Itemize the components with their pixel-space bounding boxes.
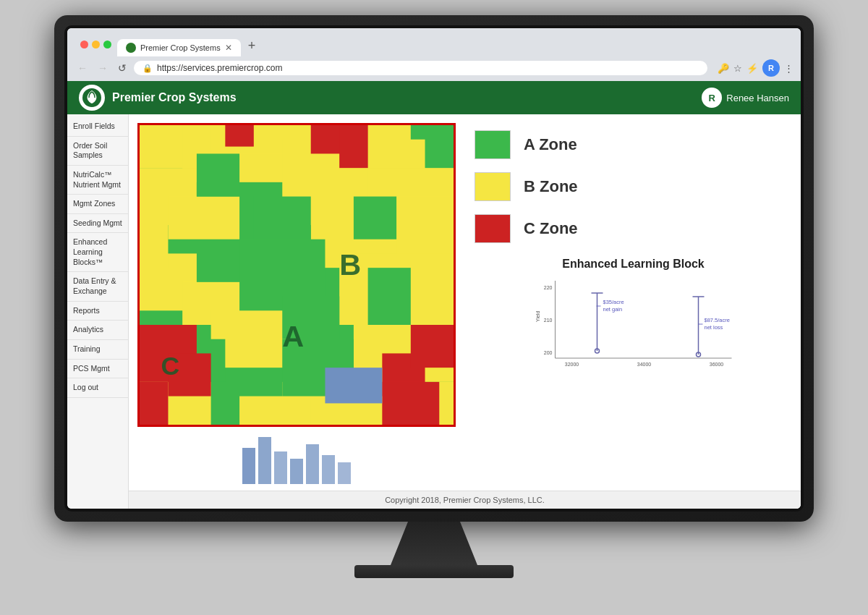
forward-button[interactable]: → <box>95 61 111 75</box>
back-button[interactable]: ← <box>75 61 90 75</box>
elb-section: Enhanced Learning Block <box>475 258 792 376</box>
right-panel: A Zone B Zone C Zone <box>467 123 792 482</box>
scatter-chart-svg: 220 210 200 32000 34000 36000 <box>475 275 792 376</box>
sidebar-item-5[interactable]: Enhanced Learning Blocks™ <box>67 233 128 272</box>
main-content: B A C <box>129 114 801 509</box>
sidebar-item-8[interactable]: Analytics <box>67 321 128 340</box>
traffic-light-red[interactable] <box>80 41 88 48</box>
legend-swatch-b <box>475 172 511 201</box>
user-initial: R <box>709 93 715 103</box>
monitor-stand <box>391 522 477 565</box>
monitor-bezel: Premier Crop Systems ✕ + ← → ↺ 🔒 https:/… <box>64 25 804 512</box>
logo-icon <box>82 88 102 108</box>
svg-rect-46 <box>322 455 335 484</box>
svg-text:200: 200 <box>544 350 553 355</box>
tab-close-button[interactable]: ✕ <box>225 43 232 53</box>
lock-icon: 🔒 <box>142 64 153 73</box>
svg-rect-30 <box>225 125 253 147</box>
sidebar-item-11[interactable]: Log out <box>67 378 128 398</box>
monitor-screen: Premier Crop Systems ✕ + ← → ↺ 🔒 https:/… <box>67 28 801 509</box>
url-bar[interactable]: 🔒 https://services.premiercrop.com <box>134 61 707 75</box>
svg-rect-41 <box>242 448 255 484</box>
svg-rect-43 <box>274 451 287 484</box>
footer-text: Copyright 2018, Premier Crop Systems, LL… <box>385 496 545 504</box>
tab-title: Premier Crop Systems <box>140 43 221 52</box>
svg-rect-17 <box>140 225 168 268</box>
app-header: Premier Crop Systems R Renee Hansen <box>67 81 801 114</box>
zone-map-svg: B A C <box>140 125 454 425</box>
svg-text:210: 210 <box>544 318 553 323</box>
browser-tabs: Premier Crop Systems ✕ + <box>117 35 261 56</box>
content-area: B A C <box>129 114 801 491</box>
sidebar-item-10[interactable]: PCS Mgmt <box>67 360 128 379</box>
user-avatar: R <box>702 88 722 108</box>
app-body: Enroll FieldsOrder Soil SamplesNutriCalc… <box>67 114 801 509</box>
footer: Copyright 2018, Premier Crop Systems, LL… <box>129 491 801 509</box>
reload-button[interactable]: ↺ <box>115 61 129 75</box>
svg-text:C: C <box>161 352 180 381</box>
svg-text:B: B <box>339 248 361 281</box>
svg-rect-44 <box>290 459 303 484</box>
svg-rect-23 <box>354 197 396 239</box>
sidebar-item-1[interactable]: Order Soil Samples <box>67 137 128 166</box>
svg-rect-21 <box>254 197 311 239</box>
menu-icon[interactable]: ⋮ <box>784 63 793 74</box>
svg-rect-35 <box>411 325 454 368</box>
monitor-base <box>354 565 514 578</box>
sidebar-item-2[interactable]: NutriCalc™ Nutrient Mgmt <box>67 166 128 195</box>
sidebar-item-9[interactable]: Training <box>67 340 128 360</box>
app-logo <box>79 85 105 111</box>
scatter-chart: 220 210 200 32000 34000 36000 <box>475 275 792 376</box>
svg-rect-47 <box>338 462 351 484</box>
sidebar-item-0[interactable]: Enroll Fields <box>67 117 128 137</box>
svg-rect-45 <box>306 444 319 484</box>
sidebar-item-6[interactable]: Data Entry & Exchange <box>67 272 128 301</box>
svg-text:Yield: Yield <box>535 311 540 322</box>
legend-label-a: A Zone <box>524 135 577 154</box>
traffic-light-yellow[interactable] <box>92 41 100 48</box>
sidebar: Enroll FieldsOrder Soil SamplesNutriCalc… <box>67 114 129 509</box>
app-title: Premier Crop Systems <box>112 91 702 104</box>
zone-legend: A Zone B Zone C Zone <box>475 123 792 250</box>
tab-favicon <box>126 43 136 53</box>
svg-text:36000: 36000 <box>710 362 724 367</box>
key-icon[interactable]: 🔑 <box>718 63 729 74</box>
browser-actions: 🔑 ☆ ⚡ R ⋮ <box>718 59 793 77</box>
user-section: R Renee Hansen <box>702 88 789 108</box>
sidebar-item-3[interactable]: Mgmt Zones <box>67 195 128 214</box>
bar-chart-container <box>137 430 456 488</box>
svg-rect-36 <box>382 382 439 425</box>
svg-text:net loss: net loss <box>705 324 723 331</box>
svg-rect-37 <box>325 368 382 403</box>
legend-swatch-a <box>475 130 511 159</box>
svg-text:32000: 32000 <box>565 362 579 367</box>
monitor: Premier Crop Systems ✕ + ← → ↺ 🔒 https:/… <box>54 15 814 522</box>
user-name: Renee Hansen <box>726 93 789 103</box>
elb-title: Enhanced Learning Block <box>475 258 792 271</box>
bar-chart-svg <box>241 430 353 488</box>
star-icon[interactable]: ☆ <box>733 63 742 74</box>
map-area: B A C <box>137 123 456 482</box>
svg-text:net gain: net gain <box>603 306 623 313</box>
svg-text:A: A <box>282 320 304 353</box>
active-tab[interactable]: Premier Crop Systems ✕ <box>117 39 241 56</box>
sidebar-item-7[interactable]: Reports <box>67 302 128 321</box>
legend-label-b: B Zone <box>524 177 578 196</box>
legend-item-c: C Zone <box>475 214 792 243</box>
legend-label-c: C Zone <box>524 219 578 238</box>
svg-rect-25 <box>368 268 411 325</box>
chrome-avatar-letter: R <box>768 64 774 72</box>
sidebar-item-4[interactable]: Seeding Mgmt <box>67 214 128 234</box>
url-text: https://services.premiercrop.com <box>157 63 282 73</box>
svg-rect-16 <box>239 396 311 425</box>
address-bar: ← → ↺ 🔒 https://services.premiercrop.com… <box>67 56 801 81</box>
svg-rect-33 <box>140 382 168 425</box>
svg-rect-29 <box>339 125 367 168</box>
chrome-avatar[interactable]: R <box>762 59 780 77</box>
svg-rect-19 <box>396 197 454 254</box>
new-tab-button[interactable]: + <box>242 35 262 56</box>
extension-icon[interactable]: ⚡ <box>746 63 758 74</box>
app-container: Premier Crop Systems R Renee Hansen Enro… <box>67 81 801 509</box>
zone-map: B A C <box>137 123 456 427</box>
traffic-light-green[interactable] <box>103 41 111 48</box>
